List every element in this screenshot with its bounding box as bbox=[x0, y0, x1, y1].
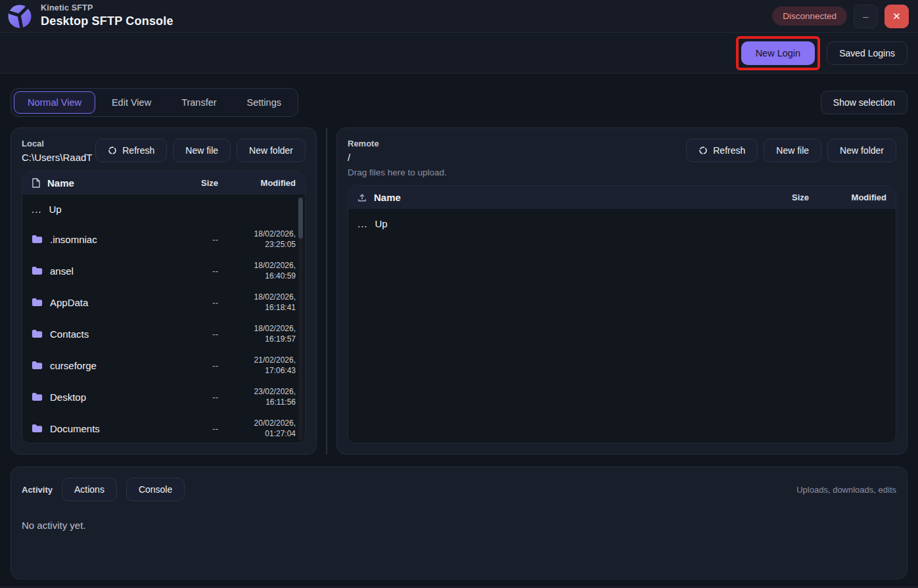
remote-panel-title: Remote bbox=[348, 139, 447, 148]
local-panel-title: Local bbox=[22, 139, 93, 148]
app-title-block: Kinetic SFTP Desktop SFTP Console bbox=[41, 3, 173, 28]
file-panels: Local C:\Users\RaadT Refresh New file Ne… bbox=[11, 127, 907, 455]
tab-normal-view[interactable]: Normal View bbox=[14, 91, 95, 114]
remote-new-folder-button[interactable]: New folder bbox=[827, 139, 896, 162]
up-dots-icon: ... bbox=[357, 218, 368, 229]
minimize-icon: – bbox=[863, 11, 868, 22]
remote-up-row[interactable]: ... Up bbox=[348, 209, 896, 238]
local-new-folder-button[interactable]: New folder bbox=[237, 139, 306, 162]
local-file-row[interactable]: Desktop -- 23/02/2026, 16:11:56 bbox=[22, 381, 305, 413]
file-modified: 18/02/2026, 16:18:41 bbox=[218, 292, 296, 313]
remote-panel: Remote / Drag files here to upload. Refr… bbox=[336, 127, 907, 455]
window-title: Desktop SFTP Console bbox=[41, 14, 173, 29]
local-refresh-button[interactable]: Refresh bbox=[95, 139, 167, 162]
local-up-row[interactable]: ... Up bbox=[22, 194, 305, 223]
close-icon: ✕ bbox=[892, 11, 901, 22]
refresh-icon bbox=[699, 146, 708, 155]
remote-path: / bbox=[348, 152, 447, 163]
minimize-button[interactable]: – bbox=[854, 5, 878, 28]
file-size: -- bbox=[177, 298, 218, 307]
remote-col-modified[interactable]: Modified bbox=[809, 192, 886, 202]
folder-icon bbox=[32, 329, 43, 338]
login-toolbar: New Login Saved Logins bbox=[0, 33, 918, 74]
drop-hint: Drag files here to upload. bbox=[348, 168, 447, 177]
tab-edit-view[interactable]: Edit View bbox=[98, 91, 165, 114]
folder-icon bbox=[32, 235, 43, 244]
folder-icon bbox=[32, 392, 43, 401]
panel-divider bbox=[326, 127, 327, 455]
local-new-file-button[interactable]: New file bbox=[173, 139, 231, 162]
local-path: C:\Users\RaadT bbox=[22, 152, 93, 163]
remote-col-name[interactable]: Name bbox=[374, 192, 401, 203]
file-modified: 20/02/2026, 01:27:04 bbox=[218, 418, 296, 439]
local-file-row[interactable]: Contacts -- 18/02/2026, 16:19:57 bbox=[22, 318, 305, 350]
titlebar: Kinetic SFTP Desktop SFTP Console Discon… bbox=[0, 0, 918, 33]
remote-panel-info: Remote / Drag files here to upload. bbox=[348, 139, 447, 177]
close-button[interactable]: ✕ bbox=[884, 5, 909, 28]
refresh-icon bbox=[108, 146, 117, 155]
up-dots-icon: ... bbox=[32, 204, 42, 215]
local-file-row[interactable]: .insomniac -- 18/02/2026, 23:25:05 bbox=[22, 223, 305, 255]
file-modified: 18/02/2026, 16:19:57 bbox=[218, 323, 296, 344]
file-name: ansel bbox=[50, 265, 74, 277]
local-file-row[interactable]: Documents -- 20/02/2026, 01:27:04 bbox=[22, 413, 305, 443]
up-label: Up bbox=[49, 204, 62, 215]
local-scrollbar-thumb[interactable] bbox=[298, 198, 303, 238]
local-file-row[interactable]: AppData -- 18/02/2026, 16:18:41 bbox=[22, 286, 305, 318]
activity-summary: Uploads, downloads, edits bbox=[796, 485, 896, 495]
view-tabs: Normal View Edit View Transfer Settings bbox=[11, 88, 298, 117]
main-content: Normal View Edit View Transfer Settings … bbox=[0, 88, 918, 579]
show-selection-button[interactable]: Show selection bbox=[821, 91, 907, 114]
local-scrollbar[interactable] bbox=[298, 196, 303, 440]
actions-button[interactable]: Actions bbox=[62, 478, 117, 501]
local-panel-info: Local C:\Users\RaadT bbox=[22, 139, 93, 163]
file-modified: 21/02/2026, 17:06:43 bbox=[218, 355, 296, 376]
remote-file-table: Name Size Modified ... Up bbox=[348, 185, 896, 443]
new-login-button[interactable]: New Login bbox=[741, 41, 815, 65]
remote-table-header: Name Size Modified bbox=[348, 186, 896, 209]
file-size: -- bbox=[177, 329, 218, 339]
file-name: Contacts bbox=[50, 328, 89, 340]
tab-settings[interactable]: Settings bbox=[233, 91, 295, 114]
remote-refresh-button[interactable]: Refresh bbox=[686, 139, 758, 162]
file-modified: 18/02/2026, 16:40:59 bbox=[218, 260, 296, 281]
local-file-row[interactable]: curseforge -- 21/02/2026, 17:06:43 bbox=[22, 350, 305, 381]
local-refresh-label: Refresh bbox=[122, 145, 154, 156]
local-col-name[interactable]: Name bbox=[47, 177, 74, 189]
local-table-header: Name Size Modified bbox=[22, 171, 305, 194]
file-modified: 23/02/2026, 16:11:56 bbox=[218, 386, 296, 407]
tab-transfer[interactable]: Transfer bbox=[168, 91, 230, 114]
local-rows: .insomniac -- 18/02/2026, 23:25:05 bbox=[22, 223, 305, 443]
file-size: -- bbox=[177, 392, 218, 402]
file-name: AppData bbox=[50, 297, 88, 308]
activity-title: Activity bbox=[22, 485, 53, 495]
app-logo-icon bbox=[7, 3, 33, 30]
local-file-row[interactable]: ansel -- 18/02/2026, 16:40:59 bbox=[22, 255, 305, 286]
saved-logins-button[interactable]: Saved Logins bbox=[827, 41, 907, 65]
view-tab-row: Normal View Edit View Transfer Settings … bbox=[11, 88, 907, 117]
activity-empty-message: No activity yet. bbox=[22, 520, 896, 531]
folder-icon bbox=[32, 361, 43, 370]
local-col-size[interactable]: Size bbox=[177, 178, 218, 188]
file-size: -- bbox=[177, 235, 218, 244]
activity-panel: Activity Actions Console Uploads, downlo… bbox=[11, 466, 907, 579]
local-col-modified[interactable]: Modified bbox=[218, 178, 296, 188]
remote-col-size[interactable]: Size bbox=[768, 192, 809, 202]
connection-status-badge: Disconnected bbox=[772, 7, 847, 26]
file-name: curseforge bbox=[50, 360, 97, 371]
file-name: Documents bbox=[50, 423, 100, 434]
console-button[interactable]: Console bbox=[126, 478, 185, 501]
upload-icon bbox=[357, 193, 367, 202]
file-size: -- bbox=[177, 424, 218, 434]
local-file-table: Name Size Modified ... Up bbox=[22, 171, 306, 443]
remote-refresh-label: Refresh bbox=[713, 145, 745, 156]
file-icon bbox=[32, 178, 40, 188]
file-name: .insomniac bbox=[50, 234, 97, 245]
file-size: -- bbox=[177, 266, 218, 276]
folder-icon bbox=[32, 266, 43, 275]
local-panel: Local C:\Users\RaadT Refresh New file Ne… bbox=[11, 127, 317, 455]
app-name: Kinetic SFTP bbox=[41, 3, 173, 14]
highlight-annotation: New Login bbox=[736, 36, 821, 70]
file-name: Desktop bbox=[50, 392, 86, 403]
remote-new-file-button[interactable]: New file bbox=[764, 139, 821, 162]
